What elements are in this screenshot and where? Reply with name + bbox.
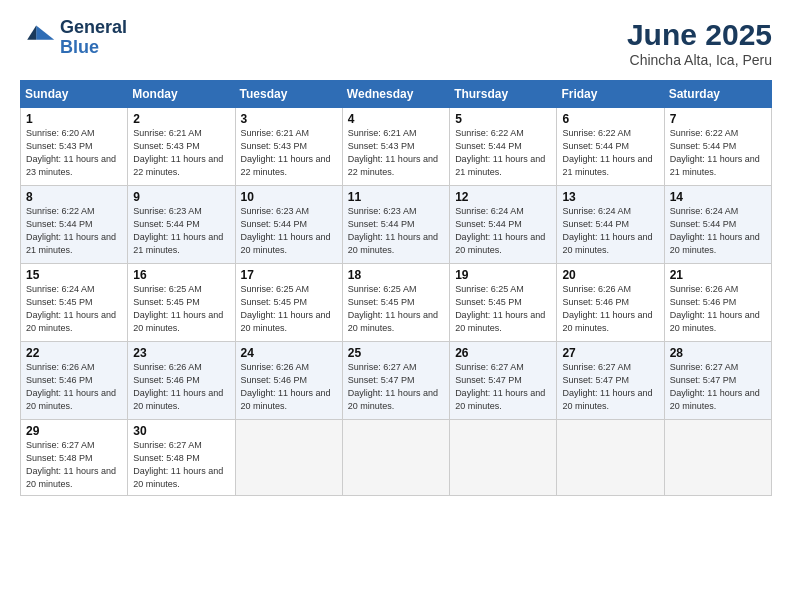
day-info: Sunrise: 6:21 AM Sunset: 5:43 PM Dayligh… bbox=[133, 127, 229, 179]
day-number: 3 bbox=[241, 112, 337, 126]
month-title: June 2025 bbox=[627, 18, 772, 52]
table-row bbox=[342, 420, 449, 496]
table-row: 17 Sunrise: 6:25 AM Sunset: 5:45 PM Dayl… bbox=[235, 264, 342, 342]
day-info: Sunrise: 6:22 AM Sunset: 5:44 PM Dayligh… bbox=[670, 127, 766, 179]
title-block: June 2025 Chincha Alta, Ica, Peru bbox=[627, 18, 772, 68]
day-number: 18 bbox=[348, 268, 444, 282]
table-row: 20 Sunrise: 6:26 AM Sunset: 5:46 PM Dayl… bbox=[557, 264, 664, 342]
header-monday: Monday bbox=[128, 81, 235, 108]
table-row: 4 Sunrise: 6:21 AM Sunset: 5:43 PM Dayli… bbox=[342, 108, 449, 186]
header-saturday: Saturday bbox=[664, 81, 771, 108]
day-info: Sunrise: 6:22 AM Sunset: 5:44 PM Dayligh… bbox=[26, 205, 122, 257]
location: Chincha Alta, Ica, Peru bbox=[627, 52, 772, 68]
day-number: 17 bbox=[241, 268, 337, 282]
day-info: Sunrise: 6:27 AM Sunset: 5:47 PM Dayligh… bbox=[562, 361, 658, 413]
table-row: 30 Sunrise: 6:27 AM Sunset: 5:48 PM Dayl… bbox=[128, 420, 235, 496]
day-info: Sunrise: 6:23 AM Sunset: 5:44 PM Dayligh… bbox=[348, 205, 444, 257]
header-sunday: Sunday bbox=[21, 81, 128, 108]
table-row bbox=[664, 420, 771, 496]
day-info: Sunrise: 6:27 AM Sunset: 5:47 PM Dayligh… bbox=[670, 361, 766, 413]
day-number: 24 bbox=[241, 346, 337, 360]
day-info: Sunrise: 6:27 AM Sunset: 5:47 PM Dayligh… bbox=[455, 361, 551, 413]
table-row: 21 Sunrise: 6:26 AM Sunset: 5:46 PM Dayl… bbox=[664, 264, 771, 342]
header-wednesday: Wednesday bbox=[342, 81, 449, 108]
table-row: 15 Sunrise: 6:24 AM Sunset: 5:45 PM Dayl… bbox=[21, 264, 128, 342]
day-info: Sunrise: 6:27 AM Sunset: 5:47 PM Dayligh… bbox=[348, 361, 444, 413]
page: General Blue June 2025 Chincha Alta, Ica… bbox=[0, 0, 792, 612]
day-number: 22 bbox=[26, 346, 122, 360]
day-info: Sunrise: 6:24 AM Sunset: 5:44 PM Dayligh… bbox=[562, 205, 658, 257]
table-row: 14 Sunrise: 6:24 AM Sunset: 5:44 PM Dayl… bbox=[664, 186, 771, 264]
table-row: 29 Sunrise: 6:27 AM Sunset: 5:48 PM Dayl… bbox=[21, 420, 128, 496]
day-info: Sunrise: 6:25 AM Sunset: 5:45 PM Dayligh… bbox=[455, 283, 551, 335]
logo: General Blue bbox=[20, 18, 127, 58]
table-row: 22 Sunrise: 6:26 AM Sunset: 5:46 PM Dayl… bbox=[21, 342, 128, 420]
calendar-table: Sunday Monday Tuesday Wednesday Thursday… bbox=[20, 80, 772, 496]
day-number: 10 bbox=[241, 190, 337, 204]
table-row: 12 Sunrise: 6:24 AM Sunset: 5:44 PM Dayl… bbox=[450, 186, 557, 264]
table-row: 26 Sunrise: 6:27 AM Sunset: 5:47 PM Dayl… bbox=[450, 342, 557, 420]
day-info: Sunrise: 6:25 AM Sunset: 5:45 PM Dayligh… bbox=[241, 283, 337, 335]
day-number: 4 bbox=[348, 112, 444, 126]
table-row bbox=[450, 420, 557, 496]
day-number: 9 bbox=[133, 190, 229, 204]
day-info: Sunrise: 6:26 AM Sunset: 5:46 PM Dayligh… bbox=[241, 361, 337, 413]
day-info: Sunrise: 6:24 AM Sunset: 5:44 PM Dayligh… bbox=[670, 205, 766, 257]
day-number: 20 bbox=[562, 268, 658, 282]
day-number: 12 bbox=[455, 190, 551, 204]
day-number: 7 bbox=[670, 112, 766, 126]
day-number: 13 bbox=[562, 190, 658, 204]
day-number: 11 bbox=[348, 190, 444, 204]
table-row: 28 Sunrise: 6:27 AM Sunset: 5:47 PM Dayl… bbox=[664, 342, 771, 420]
day-number: 1 bbox=[26, 112, 122, 126]
day-info: Sunrise: 6:22 AM Sunset: 5:44 PM Dayligh… bbox=[562, 127, 658, 179]
day-info: Sunrise: 6:26 AM Sunset: 5:46 PM Dayligh… bbox=[133, 361, 229, 413]
day-info: Sunrise: 6:27 AM Sunset: 5:48 PM Dayligh… bbox=[133, 439, 229, 491]
day-info: Sunrise: 6:24 AM Sunset: 5:45 PM Dayligh… bbox=[26, 283, 122, 335]
day-number: 23 bbox=[133, 346, 229, 360]
day-number: 8 bbox=[26, 190, 122, 204]
day-number: 16 bbox=[133, 268, 229, 282]
logo-text: General Blue bbox=[60, 18, 127, 58]
day-info: Sunrise: 6:27 AM Sunset: 5:48 PM Dayligh… bbox=[26, 439, 122, 491]
header-tuesday: Tuesday bbox=[235, 81, 342, 108]
table-row: 7 Sunrise: 6:22 AM Sunset: 5:44 PM Dayli… bbox=[664, 108, 771, 186]
table-row: 8 Sunrise: 6:22 AM Sunset: 5:44 PM Dayli… bbox=[21, 186, 128, 264]
day-number: 27 bbox=[562, 346, 658, 360]
day-number: 2 bbox=[133, 112, 229, 126]
day-info: Sunrise: 6:21 AM Sunset: 5:43 PM Dayligh… bbox=[241, 127, 337, 179]
day-number: 26 bbox=[455, 346, 551, 360]
day-info: Sunrise: 6:26 AM Sunset: 5:46 PM Dayligh… bbox=[562, 283, 658, 335]
table-row: 3 Sunrise: 6:21 AM Sunset: 5:43 PM Dayli… bbox=[235, 108, 342, 186]
day-number: 6 bbox=[562, 112, 658, 126]
day-info: Sunrise: 6:26 AM Sunset: 5:46 PM Dayligh… bbox=[670, 283, 766, 335]
table-row: 11 Sunrise: 6:23 AM Sunset: 5:44 PM Dayl… bbox=[342, 186, 449, 264]
table-row bbox=[235, 420, 342, 496]
day-number: 28 bbox=[670, 346, 766, 360]
table-row: 1 Sunrise: 6:20 AM Sunset: 5:43 PM Dayli… bbox=[21, 108, 128, 186]
day-info: Sunrise: 6:26 AM Sunset: 5:46 PM Dayligh… bbox=[26, 361, 122, 413]
day-info: Sunrise: 6:25 AM Sunset: 5:45 PM Dayligh… bbox=[348, 283, 444, 335]
table-row: 19 Sunrise: 6:25 AM Sunset: 5:45 PM Dayl… bbox=[450, 264, 557, 342]
table-row: 10 Sunrise: 6:23 AM Sunset: 5:44 PM Dayl… bbox=[235, 186, 342, 264]
header-friday: Friday bbox=[557, 81, 664, 108]
day-number: 14 bbox=[670, 190, 766, 204]
table-row: 24 Sunrise: 6:26 AM Sunset: 5:46 PM Dayl… bbox=[235, 342, 342, 420]
table-row: 13 Sunrise: 6:24 AM Sunset: 5:44 PM Dayl… bbox=[557, 186, 664, 264]
day-number: 25 bbox=[348, 346, 444, 360]
table-row: 25 Sunrise: 6:27 AM Sunset: 5:47 PM Dayl… bbox=[342, 342, 449, 420]
table-row: 6 Sunrise: 6:22 AM Sunset: 5:44 PM Dayli… bbox=[557, 108, 664, 186]
table-row: 18 Sunrise: 6:25 AM Sunset: 5:45 PM Dayl… bbox=[342, 264, 449, 342]
day-info: Sunrise: 6:25 AM Sunset: 5:45 PM Dayligh… bbox=[133, 283, 229, 335]
day-number: 30 bbox=[133, 424, 229, 438]
day-info: Sunrise: 6:23 AM Sunset: 5:44 PM Dayligh… bbox=[241, 205, 337, 257]
header: General Blue June 2025 Chincha Alta, Ica… bbox=[20, 18, 772, 68]
table-row: 27 Sunrise: 6:27 AM Sunset: 5:47 PM Dayl… bbox=[557, 342, 664, 420]
day-number: 21 bbox=[670, 268, 766, 282]
table-row: 9 Sunrise: 6:23 AM Sunset: 5:44 PM Dayli… bbox=[128, 186, 235, 264]
day-number: 29 bbox=[26, 424, 122, 438]
logo-icon bbox=[20, 20, 56, 56]
day-info: Sunrise: 6:24 AM Sunset: 5:44 PM Dayligh… bbox=[455, 205, 551, 257]
table-row: 5 Sunrise: 6:22 AM Sunset: 5:44 PM Dayli… bbox=[450, 108, 557, 186]
day-info: Sunrise: 6:21 AM Sunset: 5:43 PM Dayligh… bbox=[348, 127, 444, 179]
